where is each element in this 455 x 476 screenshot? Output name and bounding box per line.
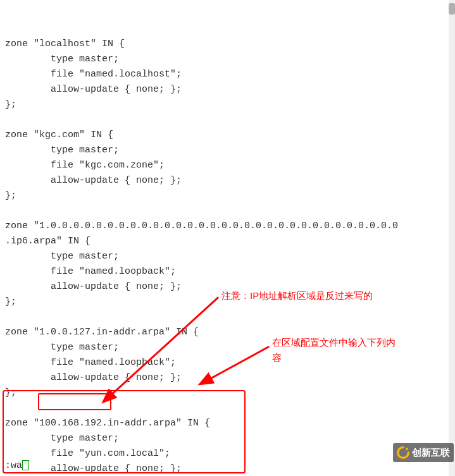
code-line: .ip6.arpa" IN { <box>5 236 90 247</box>
code-line: zone "100.168.192.in-addr.arpa" IN { <box>5 418 210 429</box>
code-line: allow-update { none; }; <box>5 175 182 186</box>
bottom-command-text: :wa <box>5 460 22 471</box>
code-line: file "yun.com.local"; <box>5 448 170 459</box>
code-line: zone "kgc.com" IN { <box>5 130 113 140</box>
code-line: file "kgc.com.zone"; <box>5 160 165 171</box>
code-line: allow-update { none; }; <box>5 281 182 292</box>
code-line: file "named.loopback"; <box>5 357 176 368</box>
code-line: }; <box>5 388 16 398</box>
code-line: allow-update { none; }; <box>5 84 182 95</box>
code-line: }; <box>5 296 16 307</box>
code-line: type master; <box>5 54 119 64</box>
code-line: type master; <box>5 433 119 444</box>
code-line: allow-update { none; }; <box>5 463 182 474</box>
code-line: file "named.loopback"; <box>5 266 176 277</box>
cursor-icon <box>22 460 29 470</box>
code-line: zone "localhost" IN { <box>5 39 125 49</box>
code-line: type master; <box>5 251 119 262</box>
scrollbar-track[interactable] <box>449 0 455 476</box>
code-line: type master; <box>5 342 119 353</box>
code-line: zone "1.0.0.0.0.0.0.0.0.0.0.0.0.0.0.0.0.… <box>5 221 398 231</box>
code-line: }; <box>5 190 16 201</box>
scrollbar-thumb[interactable] <box>449 3 455 15</box>
code-line: type master; <box>5 145 119 156</box>
bottom-command: :wa <box>5 458 29 473</box>
code-block: zone "localhost" IN { type master; file … <box>0 0 455 476</box>
code-line: zone "1.0.0.127.in-addr.arpa" IN { <box>5 327 199 338</box>
code-line: file "named.localhost"; <box>5 69 182 80</box>
code-line: }; <box>5 99 16 110</box>
code-line: allow-update { none; }; <box>5 372 182 383</box>
